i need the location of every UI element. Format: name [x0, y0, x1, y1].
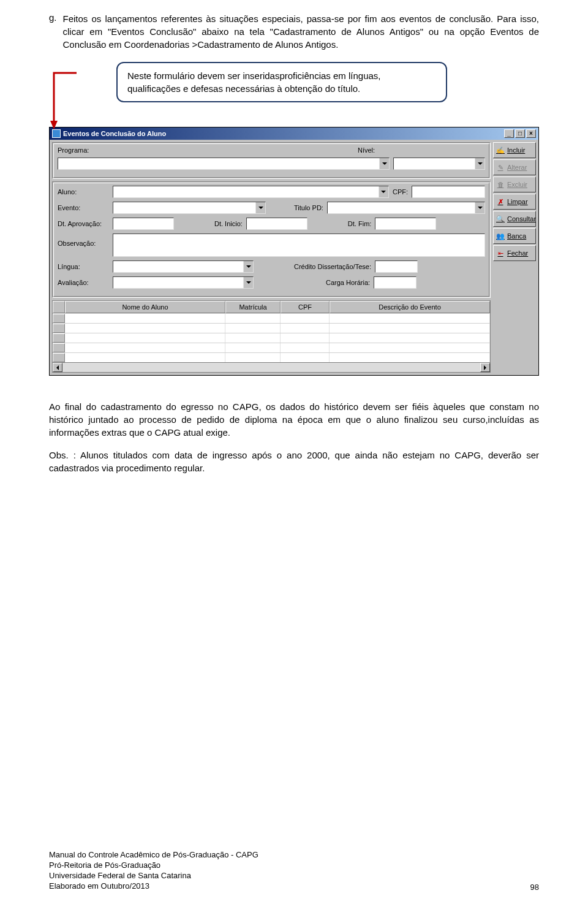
search-icon: 🔍 [496, 214, 505, 224]
table-row[interactable] [53, 323, 490, 333]
button-consultar[interactable]: 🔍 Consultar [493, 211, 536, 227]
paragraph-2: Obs. : Alunos titulados com data de ingr… [49, 449, 539, 474]
button-alterar[interactable]: ✎ Alterar [493, 159, 536, 175]
col-matricula[interactable]: Matrícula [225, 301, 281, 313]
close-button[interactable]: × [526, 129, 536, 138]
btn-label: Excluir [507, 181, 527, 188]
arrow-icon [43, 66, 86, 121]
combo-aluno[interactable] [113, 186, 389, 198]
col-descricao[interactable]: Descrição do Evento [330, 301, 490, 313]
panel-programa: Programa: Nível: [52, 142, 491, 179]
list-item-g: g. Feitos os lançamentos referentes às s… [49, 12, 539, 51]
combo-lingua[interactable] [113, 260, 254, 273]
panel-main: Aluno: CPF: Evento: Titulo PD: Dt. Aprov… [52, 181, 491, 298]
combo-evento[interactable] [113, 202, 266, 214]
maximize-button[interactable]: □ [515, 129, 525, 138]
minimize-button[interactable]: _ [504, 129, 514, 138]
footer-line: Manual do Controle Acadêmico de Pós-Grad… [49, 850, 258, 860]
table-row[interactable] [53, 343, 490, 352]
label-programa: Programa: [58, 146, 97, 154]
label-credito: Crédito Dissertação/Tese: [294, 263, 371, 270]
field-cpf[interactable] [412, 186, 485, 198]
field-dt-inicio[interactable] [246, 218, 307, 230]
label-titulo-pd: Titulo PD: [294, 204, 323, 211]
field-carga[interactable] [374, 276, 417, 289]
btn-label: Incluir [507, 146, 525, 154]
scroll-track[interactable] [62, 363, 480, 372]
door-exit-icon: ⇤ [496, 248, 505, 258]
app-window: Eventos de Conclusão do Aluno _ □ × Prog… [49, 127, 539, 376]
scrollbar-horizontal[interactable] [53, 362, 490, 372]
button-excluir[interactable]: 🗑 Excluir [493, 177, 536, 192]
footer-line: Elaborado em Outubro/2013 [49, 881, 258, 892]
combo-avaliacao[interactable] [113, 276, 254, 289]
btn-label: Consultar [507, 215, 536, 222]
table-row[interactable] [53, 352, 490, 362]
field-credito[interactable] [375, 260, 418, 273]
label-dt-fim: Dt. Fim: [348, 220, 372, 227]
scroll-right-icon[interactable] [480, 363, 490, 372]
chevron-down-icon [475, 158, 484, 169]
label-observacao: Observação: [58, 234, 109, 247]
label-aluno: Aluno: [58, 188, 109, 196]
scroll-left-icon[interactable] [53, 363, 62, 372]
label-dt-inicio: Dt. Inicio: [214, 220, 243, 227]
table-row[interactable] [53, 313, 490, 323]
field-dt-fim[interactable] [375, 218, 436, 230]
sidebar: ✍ Incluir ✎ Alterar 🗑 Excluir ✗ Limpar 🔍… [493, 142, 536, 373]
callout-box: Neste formulário devem ser inseridasprof… [116, 62, 447, 102]
btn-label: Fechar [507, 249, 528, 257]
list-marker: g. [49, 12, 57, 51]
trash-icon: 🗑 [496, 180, 505, 189]
col-nome[interactable]: Nome do Aluno [65, 301, 225, 313]
button-banca[interactable]: 👥 Banca [493, 228, 536, 244]
combo-nivel[interactable] [393, 158, 485, 170]
table-row[interactable] [53, 333, 490, 343]
footer-line: Pró-Reitoria de Pós-Graduação [49, 860, 258, 871]
button-limpar[interactable]: ✗ Limpar [493, 194, 536, 210]
col-cpf[interactable]: CPF [281, 301, 330, 313]
people-icon: 👥 [496, 231, 505, 241]
chevron-down-icon [255, 202, 265, 213]
footer-line: Universidade Federal de Santa Catarina [49, 871, 258, 881]
hand-write-icon: ✍ [496, 145, 505, 155]
btn-label: Banca [507, 232, 526, 240]
label-cpf: CPF: [393, 188, 408, 196]
x-icon: ✗ [496, 197, 505, 207]
grid-header: Nome do Aluno Matrícula CPF Descrição do… [53, 301, 490, 313]
label-carga: Carga Horária: [326, 279, 370, 286]
paragraph-1: Ao final do cadastramento do egresso no … [49, 400, 539, 439]
page-number: 98 [530, 883, 539, 892]
callout-row: Neste formulário devem ser inseridasprof… [49, 66, 539, 121]
data-grid: Nome do Aluno Matrícula CPF Descrição do… [52, 300, 491, 373]
list-text: Feitos os lançamentos referentes às situ… [63, 12, 539, 51]
label-avaliacao: Avaliação: [58, 279, 109, 286]
chevron-down-icon [475, 202, 484, 213]
combo-programa[interactable] [58, 158, 390, 170]
label-evento: Evento: [58, 204, 109, 211]
label-nivel: Nível: [358, 146, 375, 154]
btn-label: Limpar [507, 198, 528, 205]
chevron-down-icon [379, 158, 389, 169]
field-dt-aprov[interactable] [113, 218, 174, 230]
combo-titulo-pd[interactable] [327, 202, 485, 214]
chevron-down-icon [379, 186, 388, 197]
titlebar: Eventos de Conclusão do Aluno _ □ × [50, 127, 538, 140]
chevron-down-icon [243, 261, 253, 272]
chevron-down-icon [243, 277, 253, 288]
edit-icon: ✎ [496, 162, 505, 172]
page-footer: Manual do Controle Acadêmico de Pós-Grad… [49, 850, 258, 892]
btn-label: Alterar [507, 164, 527, 171]
label-dt-aprov: Dt. Aprovação: [58, 220, 109, 227]
label-lingua: Língua: [58, 263, 109, 270]
button-fechar[interactable]: ⇤ Fechar [493, 245, 536, 261]
field-observacao[interactable] [113, 234, 485, 257]
button-incluir[interactable]: ✍ Incluir [493, 142, 536, 158]
